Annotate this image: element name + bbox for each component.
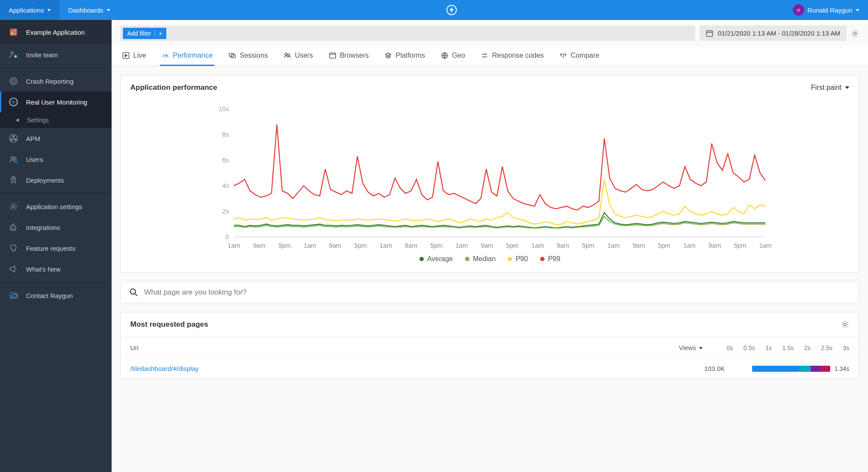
target-icon <box>9 76 18 86</box>
sidebar-app-settings[interactable]: Application settings <box>0 196 112 217</box>
nav-dashboards-label: Dashboards <box>68 7 103 14</box>
svg-text:5pm: 5pm <box>734 242 746 249</box>
sidebar-crash-reporting[interactable]: Crash Reporting <box>0 71 112 92</box>
tab-label: Browsers <box>340 52 369 59</box>
svg-text:4s: 4s <box>222 182 229 189</box>
tab-label: Response codes <box>492 52 544 59</box>
svg-point-11 <box>13 81 14 82</box>
svg-text:5pm: 5pm <box>278 242 291 249</box>
svg-text:9am: 9am <box>329 242 341 249</box>
sidebar-item-label: Crash Reporting <box>26 78 73 85</box>
sidebar-contact[interactable]: Contact Raygun <box>0 285 112 306</box>
svg-text:9am: 9am <box>633 242 645 249</box>
tab-label: Users <box>295 52 313 59</box>
svg-text:1am: 1am <box>380 242 392 249</box>
sidebar-item-label: Application settings <box>26 203 82 210</box>
sidebar-integrations[interactable]: Integrations <box>0 217 112 238</box>
tab-performance[interactable]: Performance <box>160 46 215 66</box>
nodes-icon <box>9 134 18 143</box>
sidebar-feature-requests[interactable]: Feature requests <box>0 238 112 259</box>
svg-rect-31 <box>330 53 336 58</box>
compare-icon <box>559 52 567 59</box>
histogram-bar <box>752 366 830 372</box>
svg-point-7 <box>11 52 13 54</box>
tab-compare[interactable]: Compare <box>558 46 601 66</box>
page-search[interactable] <box>120 282 859 303</box>
tab-live[interactable]: Live <box>120 46 148 66</box>
table-row[interactable]: /tiledashboard/#/display 103.0K 1.34s <box>121 358 859 378</box>
sidebar-rum-settings[interactable]: Settings <box>0 112 112 128</box>
svg-rect-4 <box>11 32 13 35</box>
sidebar-users[interactable]: Users <box>0 149 112 170</box>
page-search-input[interactable] <box>144 288 850 297</box>
tab-platforms[interactable]: Platforms <box>383 46 427 66</box>
tabs: Live Performance Sessions Users Browsers <box>112 46 868 66</box>
sidebar-rum[interactable]: Real User Monitoring <box>0 92 112 112</box>
avatar-icon <box>793 4 804 16</box>
main-content: Add filter + 01/21/2020 1:13 AM - 01/28/… <box>112 20 868 472</box>
svg-text:1am: 1am <box>455 242 468 249</box>
nav-dashboards[interactable]: Dashboards <box>59 0 119 20</box>
sidebar-whats-new[interactable]: What's New <box>0 259 112 279</box>
sidebar-invite-team[interactable]: Invite team <box>0 44 112 65</box>
settings-gear-button[interactable] <box>851 29 859 38</box>
tab-response-codes[interactable]: Response codes <box>479 46 545 66</box>
svg-point-18 <box>14 157 17 160</box>
add-filter-button[interactable]: Add filter + <box>123 28 166 39</box>
tab-sessions[interactable]: Sessions <box>227 46 270 66</box>
plus-icon: + <box>155 30 162 37</box>
svg-text:6s: 6s <box>222 157 229 164</box>
most-requested-panel: Most requested pages Uri Views 0s0.5s1s1… <box>120 312 859 379</box>
add-filter-label: Add filter <box>127 30 151 37</box>
svg-point-33 <box>561 54 561 55</box>
svg-point-1 <box>797 9 798 10</box>
layers-icon <box>384 52 392 59</box>
legend-p99[interactable]: P99 <box>540 255 560 263</box>
calendar-icon <box>706 30 713 37</box>
table-header: Uri Views 0s0.5s1s1.5s2s2.5s3s <box>121 337 859 358</box>
tab-users[interactable]: Users <box>282 46 315 66</box>
svg-text:9am: 9am <box>405 242 417 249</box>
svg-point-64 <box>130 289 135 294</box>
row-time: 1.34s <box>835 365 849 372</box>
tab-browsers[interactable]: Browsers <box>327 46 371 66</box>
user-menu[interactable]: Ronald Raygun <box>784 0 868 20</box>
sidebar-apm[interactable]: APM <box>0 128 112 149</box>
svg-text:1am: 1am <box>607 242 620 249</box>
sidebar-app-title[interactable]: Example Application <box>0 20 112 44</box>
svg-point-17 <box>11 157 13 159</box>
svg-point-25 <box>854 32 856 35</box>
filter-area[interactable]: Add filter + <box>120 26 695 41</box>
col-uri[interactable]: Uri <box>130 344 679 351</box>
svg-point-30 <box>288 54 290 56</box>
nav-applications[interactable]: Applications <box>0 0 59 20</box>
tab-label: Live <box>133 52 146 59</box>
svg-text:1am: 1am <box>531 242 544 249</box>
browser-icon <box>329 52 337 59</box>
filter-bar: Add filter + 01/21/2020 1:13 AM - 01/28/… <box>112 20 868 46</box>
tab-label: Performance <box>173 52 213 59</box>
sidebar-item-label: Real User Monitoring <box>26 98 87 106</box>
svg-rect-5 <box>13 31 14 35</box>
nav-applications-label: Applications <box>9 7 44 14</box>
tab-label: Sessions <box>240 52 268 59</box>
tab-geo[interactable]: Geo <box>439 46 467 66</box>
sidebar-item-label: Users <box>26 156 43 163</box>
puzzle-icon <box>9 223 18 232</box>
row-uri: /tiledashboard/#/display <box>130 365 704 372</box>
users-icon <box>9 154 18 164</box>
metric-dropdown[interactable]: First paint <box>811 84 849 92</box>
legend-average[interactable]: Average <box>419 255 453 263</box>
app-icon <box>9 27 18 37</box>
exchange-icon <box>481 52 488 59</box>
svg-point-29 <box>285 53 287 56</box>
panel-settings-button[interactable] <box>841 320 849 329</box>
col-views[interactable]: Views <box>679 344 718 351</box>
logo[interactable] <box>438 0 465 20</box>
legend-p90[interactable]: P90 <box>508 255 528 263</box>
legend-median[interactable]: Median <box>465 255 495 263</box>
sidebar-deployments[interactable]: Deployments <box>0 170 112 190</box>
svg-rect-6 <box>15 30 16 35</box>
date-range-picker[interactable]: 01/21/2020 1:13 AM - 01/28/2020 1:13 AM <box>700 26 846 41</box>
bulb-icon <box>9 243 18 253</box>
